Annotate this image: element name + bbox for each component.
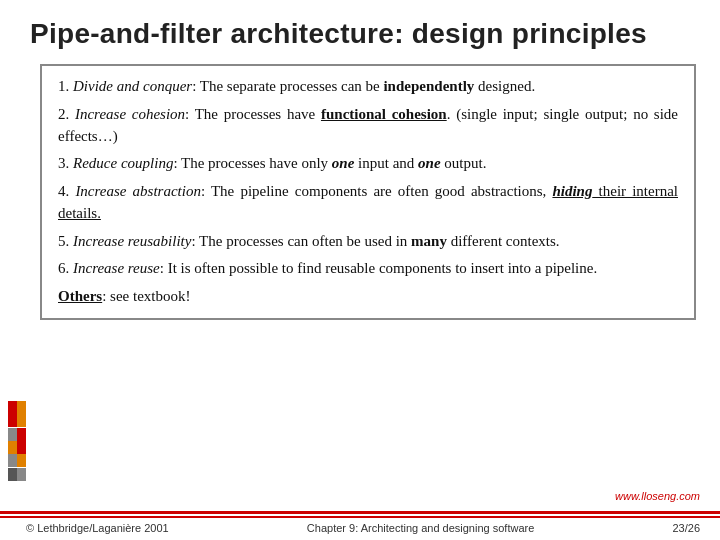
list-item: 1. Divide and conquer: The separate proc… [58,76,678,98]
deco-cell [17,441,26,454]
main-content: 1. Divide and conquer: The separate proc… [26,60,720,511]
deco-cell [8,441,17,454]
item-5-text: : The processes can often be used in man… [191,233,559,249]
left-decoration [8,60,26,511]
item-3-num: 3. [58,155,73,171]
item-3-text: : The processes have only one input and … [173,155,486,171]
item-5-num: 5. [58,233,73,249]
footer-chapter: Chapter 9: Architecting and designing so… [307,522,534,534]
red-divider [0,511,720,514]
others-label: Others [58,288,102,304]
item-6-term: Increase reuse [73,260,160,276]
slide: Pipe-and-filter architecture: design pri… [0,0,720,540]
footer: © Lethbridge/Laganière 2001 Chapter 9: A… [0,516,720,540]
others-line: Others: see textbook! [58,286,678,308]
content-box: 1. Divide and conquer: The separate proc… [40,64,696,320]
watermark: www.lloseng.com [615,490,700,502]
item-6-text: : It is often possible to find reusable … [160,260,597,276]
list-item: 6. Increase reuse: It is often possible … [58,258,678,280]
item-1-num: 1. [58,78,73,94]
item-6-num: 6. [58,260,73,276]
list-item: 3. Reduce coupling: The processes have o… [58,153,678,175]
deco-cell [8,454,17,467]
list-item: 2. Increase cohesion: The processes have… [58,104,678,148]
footer-copyright: © Lethbridge/Laganière 2001 [26,522,169,534]
slide-title: Pipe-and-filter architecture: design pri… [30,18,647,49]
list-item: 5. Increase reusability: The processes c… [58,231,678,253]
list-item: 4. Increase abstraction: The pipeline co… [58,181,678,225]
item-1-term: Divide and conquer [73,78,192,94]
item-4-num: 4. [58,183,75,199]
deco-cell [17,454,26,467]
item-1-text: : The separate processes can be independ… [192,78,535,94]
deco-cell [17,414,26,427]
deco-colors [8,401,26,481]
deco-cell [8,428,17,441]
item-2-num: 2. [58,106,75,122]
deco-top [8,60,26,401]
content-area: 1. Divide and conquer: The separate proc… [0,60,720,511]
item-5-term: Increase reusability [73,233,191,249]
item-3-term: Reduce coupling [73,155,173,171]
item-4-term: Increase abstraction [75,183,201,199]
item-2-term: Increase cohesion [75,106,185,122]
deco-cell [17,401,26,414]
footer-page: 23/26 [672,522,700,534]
title-bar: Pipe-and-filter architecture: design pri… [0,0,720,60]
deco-cell [8,414,17,427]
deco-cell [8,401,17,414]
others-text: : see textbook! [102,288,190,304]
deco-cell [8,468,17,481]
deco-cell [17,468,26,481]
deco-cell [17,428,26,441]
